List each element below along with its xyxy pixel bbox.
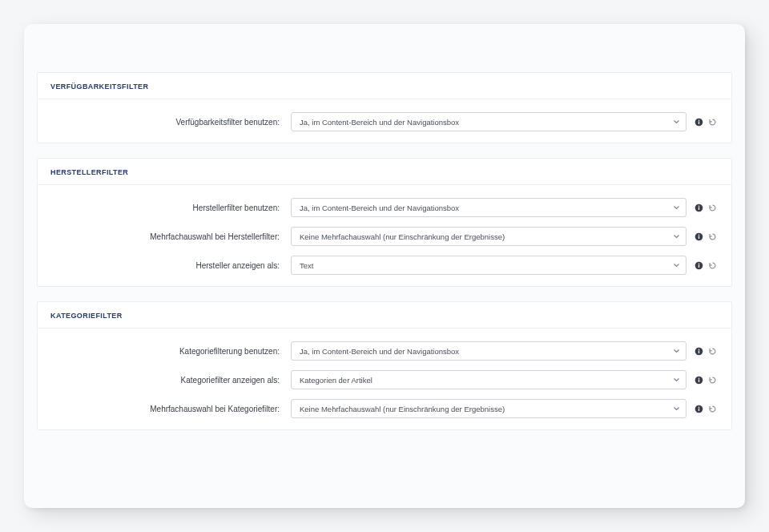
panel-title: KATEGORIEFILTER: [50, 312, 719, 320]
svg-rect-8: [699, 234, 699, 235]
form-row: Kategoriefilter anzeigen als: Kategorien…: [50, 370, 719, 389]
form-row: Mehrfachauswahl bei Herstellerfilter: Ke…: [50, 227, 719, 246]
info-icon[interactable]: [695, 376, 703, 385]
select-availability-use[interactable]: Ja, im Content-Bereich und der Navigatio…: [291, 112, 686, 131]
info-icon[interactable]: [695, 232, 703, 241]
form-row: Verfügbarkeitsfilter benutzen: Ja, im Co…: [50, 112, 719, 131]
field-label: Mehrfachauswahl bei Kategoriefilter:: [50, 405, 291, 413]
reset-icon[interactable]: [708, 376, 717, 385]
select-wrapper: Kategorien der Artikel: [291, 370, 686, 389]
reset-icon[interactable]: [708, 232, 717, 241]
svg-rect-4: [699, 207, 699, 209]
svg-rect-17: [699, 377, 699, 378]
panel-header: VERFÜGBARKEITSFILTER: [38, 73, 731, 99]
form-row: Herstellerfilter benutzen: Ja, im Conten…: [50, 198, 719, 217]
select-value: Keine Mehrfachauswahl (nur Einschränkung…: [300, 232, 505, 241]
top-spacer: [37, 38, 732, 72]
chevron-down-icon: [673, 262, 680, 269]
info-icon[interactable]: [695, 204, 703, 212]
select-manufacturer-use[interactable]: Ja, im Content-Bereich und der Navigatio…: [291, 198, 686, 217]
field-actions: [686, 204, 719, 212]
field-actions: [686, 376, 719, 385]
info-icon[interactable]: [695, 261, 703, 270]
reset-icon[interactable]: [708, 347, 717, 356]
panel-header: KATEGORIEFILTER: [38, 302, 731, 328]
panel-availability-filter: VERFÜGBARKEITSFILTER Verfügbarkeitsfilte…: [37, 72, 732, 143]
chevron-down-icon: [673, 204, 680, 212]
field-actions: [686, 261, 719, 270]
panel-manufacturer-filter: HERSTELLERFILTER Herstellerfilter benutz…: [37, 158, 732, 287]
field-actions: [686, 118, 719, 127]
settings-window: VERFÜGBARKEITSFILTER Verfügbarkeitsfilte…: [24, 24, 745, 508]
field-label: Kategoriefilterung benutzen:: [50, 347, 291, 356]
select-manufacturer-multiselect[interactable]: Keine Mehrfachauswahl (nur Einschränkung…: [291, 227, 686, 246]
chevron-down-icon: [673, 377, 680, 384]
reset-icon[interactable]: [708, 204, 717, 212]
field-actions: [686, 405, 719, 413]
svg-rect-2: [699, 119, 699, 120]
chevron-down-icon: [673, 405, 680, 413]
field-label: Herstellerfilter benutzen:: [50, 204, 291, 212]
chevron-down-icon: [673, 233, 680, 240]
reset-icon[interactable]: [708, 405, 717, 413]
svg-rect-1: [699, 121, 699, 123]
svg-rect-10: [699, 264, 699, 267]
field-label: Mehrfachauswahl bei Herstellerfilter:: [50, 232, 291, 241]
panel-title: VERFÜGBARKEITSFILTER: [50, 83, 719, 91]
select-value: Kategorien der Artikel: [300, 376, 372, 385]
reset-icon[interactable]: [708, 118, 717, 127]
select-manufacturer-display[interactable]: Text: [291, 256, 686, 275]
panel-title: HERSTELLERFILTER: [50, 168, 719, 176]
form-row: Hersteller anzeigen als: Text: [50, 256, 719, 275]
info-icon[interactable]: [695, 118, 703, 127]
select-wrapper: Keine Mehrfachauswahl (nur Einschränkung…: [291, 227, 686, 246]
info-icon[interactable]: [695, 405, 703, 413]
svg-rect-14: [699, 349, 699, 349]
panel-body: Verfügbarkeitsfilter benutzen: Ja, im Co…: [38, 99, 731, 143]
panel-header: HERSTELLERFILTER: [38, 159, 731, 185]
select-value: Text: [300, 261, 313, 270]
svg-rect-13: [699, 350, 699, 353]
panel-body: Kategoriefilterung benutzen: Ja, im Cont…: [38, 328, 731, 429]
select-category-use[interactable]: Ja, im Content-Bereich und der Navigatio…: [291, 341, 686, 361]
panel-category-filter: KATEGORIEFILTER Kategoriefilterung benut…: [37, 301, 732, 430]
svg-rect-16: [699, 379, 699, 381]
form-row: Mehrfachauswahl bei Kategoriefilter: Kei…: [50, 399, 719, 418]
field-label: Hersteller anzeigen als:: [50, 261, 291, 270]
panel-body: Herstellerfilter benutzen: Ja, im Conten…: [38, 185, 731, 286]
svg-rect-7: [699, 236, 699, 238]
reset-icon[interactable]: [708, 261, 717, 270]
select-value: Ja, im Content-Bereich und der Navigatio…: [300, 118, 459, 127]
select-value: Ja, im Content-Bereich und der Navigatio…: [300, 347, 459, 356]
select-wrapper: Ja, im Content-Bereich und der Navigatio…: [291, 341, 686, 361]
field-actions: [686, 232, 719, 241]
select-value: Ja, im Content-Bereich und der Navigatio…: [300, 204, 459, 212]
select-wrapper: Keine Mehrfachauswahl (nur Einschränkung…: [291, 399, 686, 418]
field-label: Verfügbarkeitsfilter benutzen:: [50, 118, 291, 127]
chevron-down-icon: [673, 348, 680, 355]
svg-rect-19: [699, 408, 699, 410]
select-category-display[interactable]: Kategorien der Artikel: [291, 370, 686, 389]
svg-rect-5: [699, 205, 699, 206]
select-wrapper: Ja, im Content-Bereich und der Navigatio…: [291, 112, 686, 131]
form-row: Kategoriefilterung benutzen: Ja, im Cont…: [50, 341, 719, 361]
field-label: Kategoriefilter anzeigen als:: [50, 376, 291, 385]
svg-rect-11: [699, 263, 699, 264]
field-actions: [686, 347, 719, 356]
select-category-multiselect[interactable]: Keine Mehrfachauswahl (nur Einschränkung…: [291, 399, 686, 418]
info-icon[interactable]: [695, 347, 703, 356]
chevron-down-icon: [673, 119, 680, 126]
select-value: Keine Mehrfachauswahl (nur Einschränkung…: [300, 405, 505, 413]
select-wrapper: Ja, im Content-Bereich und der Navigatio…: [291, 198, 686, 217]
select-wrapper: Text: [291, 256, 686, 275]
svg-rect-20: [699, 406, 699, 407]
